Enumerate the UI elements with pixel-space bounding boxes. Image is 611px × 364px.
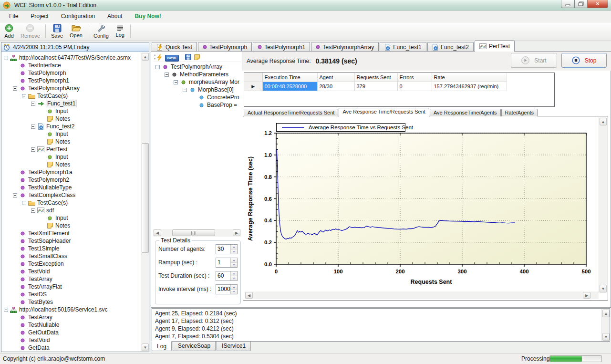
config-button[interactable]: Config xyxy=(90,22,112,40)
param-tree-item[interactable]: MorphBase[0] xyxy=(153,86,242,94)
collapse-toggle[interactable] xyxy=(174,80,178,84)
spin-down-button[interactable]: ▼ xyxy=(231,263,237,267)
tab-func-test2[interactable]: Func_test2 xyxy=(427,42,474,52)
open-button[interactable]: Open xyxy=(66,22,86,40)
tree-item[interactable]: GetData xyxy=(1,344,141,352)
collapse-toggle[interactable] xyxy=(31,147,35,152)
tree-item[interactable]: Func_test2 xyxy=(1,123,141,130)
scroll-down-button[interactable]: ▼ xyxy=(142,343,149,351)
number-of-agents-input[interactable]: ▲▼ xyxy=(216,244,238,254)
tree-item[interactable]: TestCase(s) xyxy=(1,92,141,100)
test-duration-sec-value[interactable] xyxy=(216,271,230,281)
tree-item[interactable]: Input xyxy=(1,130,141,138)
scroll-left-button[interactable]: ◀ xyxy=(245,292,253,299)
cell-errors[interactable]: 0 xyxy=(397,82,432,91)
chart-tab-ave-response-time-requests-sent[interactable]: Ave Response Time/Requests Sent xyxy=(339,108,429,116)
tab-testpolymorpharray[interactable]: TestPolymorphArray xyxy=(311,42,379,52)
scroll-up-button[interactable]: ▲ xyxy=(600,118,607,125)
tree-item[interactable]: sdf xyxy=(1,207,141,214)
chart-horizontal-scrollbar[interactable]: ◀ ▶ xyxy=(245,291,599,299)
cell-agent[interactable]: 28/30 xyxy=(317,82,354,91)
spin-up-button[interactable]: ▲ xyxy=(231,271,237,276)
tab-perftest[interactable]: PerfTest xyxy=(475,41,515,52)
spin-down-button[interactable]: ▼ xyxy=(231,250,237,254)
tab-func-test1[interactable]: Func_test1 xyxy=(380,42,426,52)
collapse-toggle[interactable] xyxy=(31,208,35,213)
tree-item[interactable]: PerfTest xyxy=(1,146,141,153)
spinner-buttons[interactable]: ▲▼ xyxy=(230,271,237,281)
tab-quick-test[interactable]: Quick Test xyxy=(152,42,197,52)
close-button[interactable]: ✕ xyxy=(588,0,608,8)
log-button[interactable]: Log xyxy=(112,22,128,40)
menu-item-about[interactable]: About xyxy=(101,11,128,21)
param-tree-item[interactable]: BaseProp = xyxy=(153,101,242,109)
tree-item[interactable]: TestArray xyxy=(1,275,141,283)
save-small-toolbar-button[interactable] xyxy=(185,54,191,60)
params-horizontal-scrollbar[interactable]: ◀ ▶ xyxy=(153,229,241,237)
spin-up-button[interactable]: ▲ xyxy=(231,245,237,250)
tree-item[interactable]: http://localhost:64747/TestWS/Service.as… xyxy=(1,54,141,62)
menu-item-project[interactable]: Project xyxy=(24,11,54,21)
bolt-toolbar-button[interactable] xyxy=(157,54,162,61)
number-of-agents-value[interactable] xyxy=(216,245,230,254)
column-header-agent[interactable]: Agent xyxy=(317,73,354,82)
cell-rate[interactable]: 157.27943462937 (req/min) xyxy=(432,82,507,91)
spin-up-button[interactable]: ▲ xyxy=(231,285,237,290)
scroll-right-button[interactable]: ▶ xyxy=(233,229,240,236)
tree-item[interactable]: TestArray xyxy=(1,313,141,321)
maximize-button[interactable] xyxy=(575,0,588,8)
log-output[interactable]: Agent 25, Elapsed: 0.2184 (sec)Agent 17,… xyxy=(152,308,610,342)
row-selector[interactable]: ▶ xyxy=(244,82,262,91)
column-header-execution-time[interactable]: Execution Time xyxy=(262,73,317,82)
tree-item[interactable]: Input xyxy=(1,214,141,222)
chart-tab-actual-responsetime-requests-sent[interactable]: Actual ResponseTime/Requests Sent xyxy=(244,109,338,116)
save-button[interactable]: Save xyxy=(48,22,66,40)
tree-item[interactable]: TestXmlElement xyxy=(1,229,141,237)
tree-item[interactable]: Input xyxy=(1,107,141,115)
tree-item[interactable]: TestPolymorphArray xyxy=(1,84,141,92)
log-tab-servicesoap[interactable]: ServiceSoap xyxy=(173,342,216,351)
collapse-toggle[interactable] xyxy=(13,86,17,91)
scroll-thumb[interactable] xyxy=(142,143,149,253)
test-duration-sec-input[interactable]: ▲▼ xyxy=(216,271,238,281)
scroll-left-button[interactable]: ◀ xyxy=(154,229,161,236)
tree-item[interactable]: Input xyxy=(1,153,141,161)
tree-item[interactable]: Notes xyxy=(1,138,141,146)
note-toolbar-button[interactable] xyxy=(194,54,200,60)
collapse-toggle[interactable] xyxy=(31,125,35,129)
tree-item[interactable]: TestArrayFlat xyxy=(1,283,141,291)
tree-item[interactable]: Func_test1 xyxy=(1,100,141,107)
tree-item[interactable]: TestPolymorph1a xyxy=(1,168,141,176)
collapse-toggle[interactable] xyxy=(13,193,17,198)
spinner-buttons[interactable]: ▲▼ xyxy=(230,258,237,267)
param-tree-item[interactable]: TestPolymorphArray xyxy=(153,63,242,71)
log-tab-iservice1[interactable]: IService1 xyxy=(217,342,251,351)
scroll-right-button[interactable]: ▶ xyxy=(583,292,590,299)
collapse-toggle[interactable] xyxy=(4,56,8,60)
tree-item[interactable]: TestVoid xyxy=(1,336,141,344)
tree-item[interactable]: TestNullable xyxy=(1,321,141,329)
tree-item[interactable]: TestSoapHeader xyxy=(1,237,141,245)
tree-item[interactable]: TestVoid xyxy=(1,268,141,275)
collapse-toggle[interactable] xyxy=(183,88,187,92)
tree-item[interactable]: TestBytes xyxy=(1,298,141,306)
collapse-toggle[interactable] xyxy=(31,102,35,106)
param-tree-item[interactable]: ConcretePro xyxy=(153,94,242,101)
scroll-up-button[interactable]: ▲ xyxy=(602,310,610,317)
table-row[interactable]: ▶00:00:48.252800028/303790157.2794346293… xyxy=(244,82,507,91)
tree-item[interactable]: TestComplexClass xyxy=(1,191,141,199)
param-tree-item[interactable]: morpheusArray Mor xyxy=(153,78,242,86)
explorer-vertical-scrollbar[interactable]: ▲ ▼ xyxy=(141,52,149,352)
collapse-toggle[interactable] xyxy=(155,65,160,69)
scroll-up-button[interactable]: ▲ xyxy=(142,53,149,61)
xhtml-toolbar-button[interactable]: XHTML xyxy=(165,54,179,61)
collapse-toggle[interactable] xyxy=(165,73,169,77)
cell-requests-sent[interactable]: 379 xyxy=(354,82,397,91)
chart-tab-ave-responsetime-agents[interactable]: Ave ResponseTime/Agents xyxy=(430,109,501,116)
menu-item-configuration[interactable]: Configuration xyxy=(55,11,101,21)
log-tab-log[interactable]: Log xyxy=(152,341,172,351)
minimize-button[interactable] xyxy=(561,0,575,8)
invoke-interval-ms-input[interactable]: ▲▼ xyxy=(216,284,238,294)
collapse-toggle[interactable] xyxy=(22,201,26,205)
rampup-sec-value[interactable] xyxy=(216,258,230,267)
